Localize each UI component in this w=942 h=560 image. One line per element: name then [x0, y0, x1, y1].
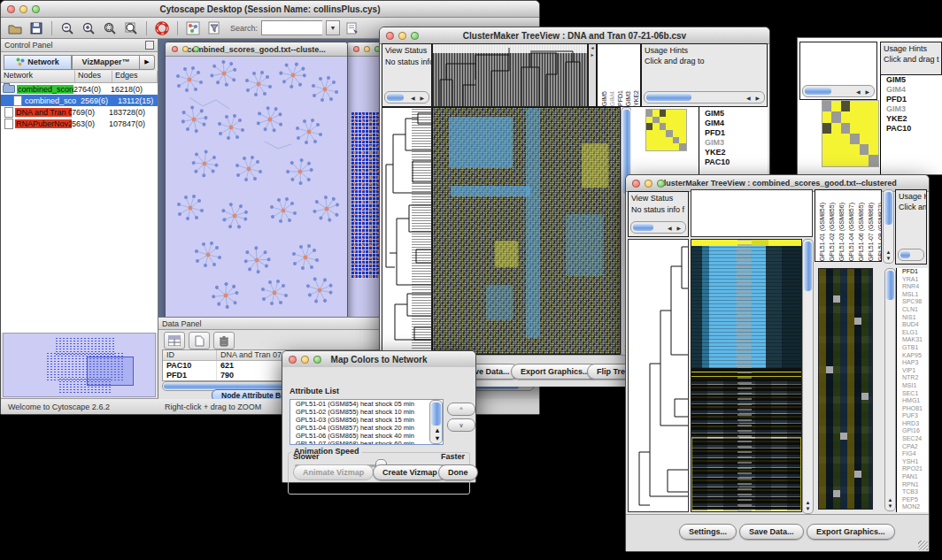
gene-label[interactable]: GIM3 — [702, 138, 767, 148]
zoom-out-icon[interactable] — [58, 19, 76, 36]
zoom-button[interactable] — [657, 180, 665, 188]
network-row[interactable]: combined_scores_ 2764(0) 16218(0) — [1, 83, 158, 95]
column-network[interactable]: Network — [1, 71, 75, 82]
rotated-gene-label[interactable]: GIM5 — [600, 91, 608, 106]
zoom-button[interactable] — [193, 46, 199, 52]
gene-label[interactable]: KAP95 — [900, 352, 928, 360]
gene-label[interactable]: YSH1 — [900, 458, 928, 466]
attribute-item[interactable]: GPL51-03 (GSM856) heat shock 15 min — [293, 416, 443, 424]
column-id[interactable]: ID — [163, 350, 217, 360]
gene-label[interactable]: PFD1 — [884, 95, 923, 104]
network-row[interactable]: DNA and Tran 07 769(0) 183728(0) — [1, 106, 158, 118]
filter-icon[interactable] — [205, 19, 223, 36]
done-button[interactable]: Done — [438, 464, 478, 480]
column-label[interactable]: GPL51-03 (GSM856) — [838, 203, 845, 261]
usage-hints-scrollbar[interactable] — [898, 249, 924, 261]
gene-label[interactable]: PAN1 — [900, 473, 928, 481]
gene-label[interactable]: BUD4 — [900, 321, 928, 329]
column-labels-vscrollbar[interactable]: ▲▼ — [883, 189, 894, 264]
combined-heatmap-vscrollbar[interactable]: ▲▼ — [802, 239, 814, 514]
gene-label[interactable]: PFD1 — [702, 128, 767, 138]
vizmapper-icon[interactable] — [184, 19, 202, 36]
gene-label[interactable]: RPO21 — [900, 465, 928, 473]
gene-label[interactable]: GIM5 — [702, 109, 767, 119]
overview-viewport-rect[interactable] — [87, 357, 134, 386]
save-button[interactable] — [27, 19, 45, 36]
rotated-gene-label[interactable]: GIM4 — [608, 91, 616, 106]
attribute-item[interactable]: GPL51-06 (GSM865) heat shock 40 min — [293, 432, 443, 440]
minimize-button[interactable] — [301, 356, 309, 364]
column-dendrogram[interactable] — [432, 43, 588, 107]
back-hscrollbar[interactable]: ◀ ▶ — [802, 85, 875, 97]
tab-vizmapper[interactable]: VizMapper™ — [72, 55, 140, 70]
minimize-button[interactable] — [398, 32, 406, 40]
minimize-button[interactable] — [19, 5, 27, 13]
zoom-in-icon[interactable] — [80, 19, 97, 36]
gene-label[interactable]: SEC24 — [900, 435, 928, 443]
delete-attribute-trash-icon[interactable] — [213, 332, 235, 349]
gene-label[interactable]: RNR4 — [900, 283, 928, 291]
row-dendrogram[interactable] — [628, 239, 689, 512]
gene-label[interactable]: YKE2 — [884, 114, 923, 124]
gene-label[interactable]: GIM4 — [702, 119, 767, 128]
annotation-icon[interactable] — [344, 19, 361, 36]
attribute-list[interactable]: GPL51-01 (GSM854) heat shock 05 minGPL51… — [290, 399, 444, 445]
move-down-button[interactable]: v — [447, 418, 475, 432]
attribute-list-vscrollbar[interactable]: ▲▼ — [429, 400, 443, 444]
search-input[interactable] — [261, 20, 322, 35]
attribute-item[interactable]: GPL51-01 (GSM854) heat shock 05 min — [293, 400, 443, 408]
close-button[interactable] — [289, 356, 297, 364]
gene-label[interactable]: GIM3 — [884, 104, 923, 114]
gene-label[interactable]: TCB3 — [900, 488, 928, 496]
close-button[interactable] — [7, 5, 15, 13]
dna-zoom-heatmap[interactable] — [645, 109, 687, 151]
row-dendrogram[interactable] — [382, 107, 432, 355]
rotated-gene-label[interactable]: GIM3 — [624, 91, 632, 106]
export-graphics-button[interactable]: Export Graphics... — [807, 524, 895, 540]
gene-label[interactable]: MSI1 — [900, 382, 928, 390]
column-scroll-strip[interactable]: ◂▸ — [588, 43, 597, 107]
column-edges[interactable]: Edges — [112, 71, 158, 82]
attribute-table-icon[interactable] — [164, 332, 185, 349]
close-button[interactable] — [386, 32, 394, 40]
save-data-button[interactable]: Save Data... — [739, 524, 804, 540]
gene-label[interactable]: YRA1 — [900, 276, 928, 284]
animate-vizmap-button[interactable]: Animate Vizmap — [293, 464, 374, 480]
close-button[interactable] — [632, 180, 640, 188]
move-up-button[interactable]: ^ — [447, 403, 475, 416]
network-canvas[interactable] — [167, 58, 345, 324]
gene-label[interactable]: HRD3 — [900, 420, 928, 428]
gene-label[interactable]: RPN1 — [900, 481, 928, 489]
usage-hints-scrollbar[interactable]: ◀ ▶ — [644, 91, 765, 104]
zoom-selected-icon[interactable] — [101, 19, 119, 36]
gene-label[interactable]: GIM4 — [884, 85, 923, 95]
zoom-button[interactable] — [32, 5, 40, 13]
dense-grid-network[interactable] — [351, 112, 382, 279]
column-label[interactable]: GPL51-08 (GSM872) — [876, 203, 882, 261]
help-lifesaver-icon[interactable] — [153, 19, 171, 36]
column-nodes[interactable]: Nodes — [75, 71, 112, 82]
gene-label[interactable]: GIM5 — [884, 75, 923, 85]
view-status-scrollbar[interactable]: ◀ ▶ — [384, 91, 429, 104]
network-row[interactable]: RNAPuberNov2+ 563(0) 107847(0) — [1, 118, 158, 129]
create-vizmap-button[interactable]: Create Vizmap — [373, 464, 447, 480]
close-button[interactable] — [172, 46, 178, 52]
combined-heatmap[interactable] — [691, 239, 802, 512]
open-file-button[interactable] — [6, 19, 24, 36]
attribute-item[interactable]: GPL51-07 (GSM868) heat shock 60 min — [293, 440, 443, 445]
gene-label[interactable]: SPC98 — [900, 298, 928, 306]
rotated-gene-label[interactable]: YKE2 — [632, 90, 640, 106]
gene-label[interactable]: GTB1 — [900, 344, 928, 352]
combined-zoom-heatmap[interactable] — [818, 268, 873, 510]
attribute-item[interactable]: GPL51-02 (GSM855) heat shock 10 min — [293, 408, 443, 416]
gene-label[interactable]: MSL1 — [900, 291, 928, 299]
gene-label[interactable]: PAC10 — [702, 157, 767, 167]
minimize-button[interactable] — [182, 46, 189, 52]
network-view-window[interactable]: combined_scores_good.txt--cluste... — [165, 42, 348, 326]
gene-label[interactable]: MAK31 — [900, 336, 928, 344]
gene-label[interactable]: CPA2 — [900, 443, 928, 451]
column-label[interactable]: GPL51-02 (GSM855) — [828, 203, 836, 261]
back-zoom-heatmap[interactable] — [822, 100, 879, 167]
dna-heatmap[interactable] — [432, 107, 621, 355]
settings-button[interactable]: Settings... — [679, 524, 737, 540]
